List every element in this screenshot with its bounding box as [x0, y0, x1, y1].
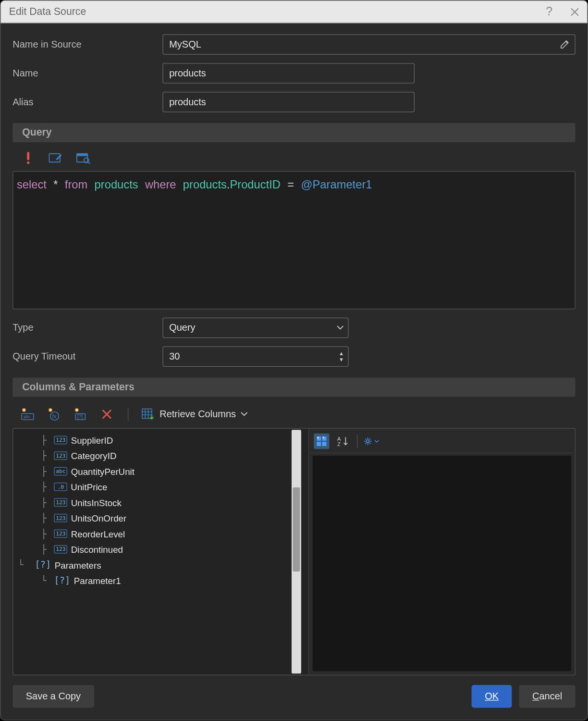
column-tree-item[interactable]: ├ 123 ReorderLevel [18, 526, 300, 541]
sql-editor[interactable]: select * from products where products.Pr… [12, 171, 575, 309]
retrieve-columns-label: Retrieve Columns [159, 409, 236, 420]
type-badge-icon: 123 [54, 498, 67, 507]
svg-rect-24 [318, 437, 318, 438]
delete-button[interactable] [99, 407, 114, 422]
parameters-tree-node[interactable]: └ [?] Parameters [18, 557, 300, 572]
svg-line-33 [365, 439, 366, 440]
column-tree-item[interactable]: ├ 123 SupplierID [18, 432, 300, 448]
retrieve-columns-button[interactable]: Retrieve Columns [142, 408, 248, 420]
svg-rect-4 [77, 154, 87, 156]
type-select[interactable] [162, 318, 348, 338]
column-name: UnitsInStock [71, 497, 122, 508]
svg-point-1 [27, 162, 29, 164]
help-button[interactable]: ? [546, 5, 552, 19]
parameters-node-label: Parameters [55, 560, 101, 570]
section-columns-parameters-header: Columns & Parameters [12, 378, 575, 397]
delete-icon [101, 409, 112, 420]
close-button[interactable] [571, 8, 579, 16]
tree-connector-icon: ├ [37, 513, 50, 523]
svg-rect-25 [323, 437, 324, 438]
sql-token: @Parameter1 [301, 178, 372, 191]
settings-dropdown-button[interactable] [364, 434, 379, 449]
type-badge-icon: 123 [54, 514, 67, 522]
edit-name-in-source-button[interactable] [560, 39, 569, 49]
columns-parameters-toolbar: abc fx [?] Retrieve Columns [12, 400, 575, 428]
save-a-copy-button[interactable]: Save a Copy [12, 685, 94, 708]
column-name: CategoryID [71, 450, 117, 460]
svg-rect-23 [322, 442, 327, 446]
sql-token: ProductID [230, 178, 281, 191]
svg-line-35 [369, 439, 370, 440]
spinner-up-button[interactable]: ▲ [337, 350, 346, 356]
tree-connector-icon: ├ [37, 466, 50, 476]
scrollbar[interactable] [292, 430, 301, 673]
add-column-button[interactable]: abc [20, 407, 35, 422]
column-tree-item[interactable]: ├ 123 UnitsInStock [18, 495, 300, 510]
column-name: Discontinued [71, 544, 123, 554]
add-calculated-column-button[interactable]: fx [46, 407, 61, 422]
sql-token: products [95, 178, 138, 191]
column-tree-item[interactable]: ├ 123 Discontinued [18, 542, 300, 557]
type-badge-icon: 123 [54, 436, 67, 444]
tree-connector-icon: ├ [37, 528, 50, 539]
svg-text:[?]: [?] [77, 414, 83, 419]
svg-text:A: A [337, 436, 341, 442]
svg-point-28 [367, 440, 369, 443]
type-select-value[interactable] [162, 318, 348, 338]
gear-icon [364, 436, 372, 447]
sql-token: = [287, 178, 294, 191]
close-icon [571, 8, 579, 16]
properties-body [313, 456, 571, 671]
sql-token: select [17, 178, 47, 191]
validate-query-button[interactable] [21, 150, 36, 165]
ok-button[interactable]: OK [472, 685, 512, 708]
categorized-view-button[interactable] [314, 434, 329, 449]
svg-text:fx: fx [52, 413, 57, 419]
sql-token: products [183, 178, 227, 191]
svg-text:abc: abc [24, 414, 31, 419]
svg-rect-0 [27, 152, 29, 160]
column-tree-item[interactable]: ├ .0 UnitPrice [18, 479, 300, 495]
query-timeout-input[interactable]: ▲ ▼ [162, 347, 348, 367]
svg-rect-15 [142, 409, 152, 419]
parameter-tree-item[interactable]: └ [?] Parameter1 [18, 572, 300, 588]
column-name: QuantityPerUnit [71, 466, 135, 476]
spinner-down-button[interactable]: ▼ [337, 357, 346, 362]
name-input[interactable] [162, 63, 415, 83]
column-tree-item[interactable]: ├ 123 UnitsOnOrder [18, 510, 300, 526]
exclamation-icon [25, 151, 31, 164]
alias-input[interactable] [162, 92, 415, 112]
column-tree-item[interactable]: ├ abc QuantityPerUnit [18, 463, 300, 479]
scrollbar-thumb[interactable] [293, 487, 300, 572]
name-in-source-input[interactable] [162, 34, 575, 54]
section-query-header: Query [12, 123, 575, 142]
column-tree-item[interactable]: ├ 123 CategoryID [18, 448, 300, 463]
svg-rect-22 [317, 442, 321, 446]
alphabetical-view-button[interactable]: AZ [335, 434, 351, 449]
add-parameter-button[interactable]: [?] [73, 407, 88, 422]
categorized-icon [316, 436, 327, 447]
type-badge-icon: abc [54, 467, 67, 475]
query-toolbar [12, 146, 575, 171]
type-label: Type [12, 323, 162, 333]
name-in-source-label: Name in Source [12, 39, 162, 50]
query-timeout-value[interactable] [162, 347, 348, 367]
name-label: Name [12, 68, 162, 78]
tree-connector-icon: ├ [37, 482, 50, 492]
add-parameter-icon: [?] [73, 408, 87, 421]
parameter-node-icon: [?] [35, 559, 51, 570]
chevron-down-icon [241, 412, 248, 417]
cancel-button-label: C [532, 691, 539, 701]
svg-line-36 [365, 443, 366, 444]
cancel-button[interactable]: Cancel [519, 685, 576, 708]
preview-query-button[interactable] [76, 150, 91, 165]
tree-connector-icon: ├ [37, 544, 50, 555]
edit-query-button[interactable] [49, 150, 63, 165]
query-timeout-label: Query Timeout [12, 351, 162, 362]
add-column-icon: abc [20, 408, 35, 421]
tree-connector-icon: ├ [37, 435, 50, 445]
sql-token: where [145, 178, 176, 191]
column-name: SupplierID [71, 435, 113, 445]
dialog-title: Edit Data Source [9, 6, 546, 18]
splitter[interactable] [302, 429, 308, 675]
